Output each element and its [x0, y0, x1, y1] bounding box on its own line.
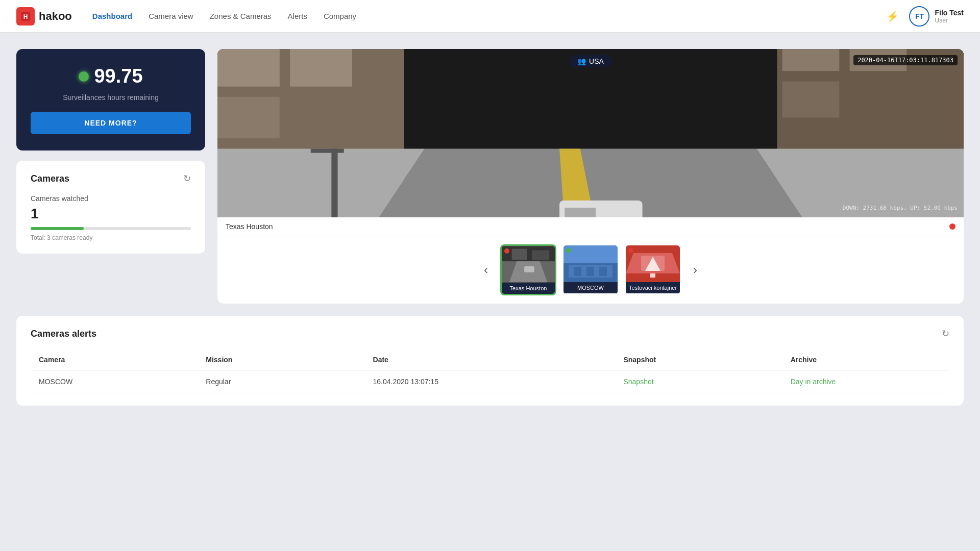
next-camera-button[interactable]: › [689, 259, 701, 281]
camera-recording-indicator [949, 223, 955, 230]
archive-link[interactable]: Day in archive [791, 378, 836, 386]
refresh-cameras-icon[interactable]: ↻ [183, 173, 191, 184]
alert-archive: Day in archive [782, 370, 949, 393]
green-dot-icon [79, 71, 89, 82]
cameras-total-label: Total: 3 cameras ready [31, 234, 191, 241]
snapshot-link[interactable]: Snapshot [623, 378, 653, 386]
region-text: USA [589, 57, 604, 65]
thumbnail-texas-houston[interactable]: Texas Houston [500, 244, 556, 295]
alerts-header: Cameras alerts ↻ [31, 328, 949, 339]
bolt-icon[interactable]: ⚡ [886, 10, 899, 22]
surveillance-hours-row: 99.75 [79, 65, 142, 87]
logo-icon: H [16, 7, 35, 26]
alert-snapshot: Snapshot [615, 370, 782, 393]
cameras-card-title: Cameras [31, 173, 69, 184]
thumbnail-moscow[interactable]: MOSCOW [562, 244, 619, 295]
svg-rect-32 [532, 251, 549, 261]
main-nav: Dashboard Camera view Zones & Cameras Al… [92, 10, 887, 22]
alerts-title: Cameras alerts [31, 329, 96, 339]
svg-rect-44 [650, 273, 655, 278]
svg-rect-18 [565, 208, 596, 217]
user-info: Filo Test User [935, 9, 964, 24]
camera-name-text: Texas Houston [226, 222, 273, 231]
cameras-card: Cameras ↻ Cameras watched 1 Total: 3 cam… [16, 161, 205, 254]
header-right: ⚡ FT Filo Test User [886, 6, 964, 27]
camera-thumbnails-area: ‹ [217, 236, 964, 304]
svg-rect-15 [331, 148, 337, 217]
nav-alerts[interactable]: Alerts [288, 10, 307, 22]
surveillance-label: Surveillances hours remaining [63, 93, 159, 102]
camera-main-view: Motion Face Person 👥 USA 2020-04-16T17:0… [217, 49, 964, 217]
svg-rect-31 [512, 249, 527, 260]
cameras-alerts-section: Cameras alerts ↻ Camera Mission Date Sna… [16, 316, 964, 406]
thumb-image-testovaci [626, 245, 680, 282]
camera-region-badge: 👥 USA [569, 55, 612, 67]
svg-rect-38 [586, 267, 594, 276]
svg-text:H: H [23, 13, 28, 20]
user-name: Filo Test [935, 9, 964, 17]
top-row: 99.75 Surveillances hours remaining NEED… [16, 49, 964, 304]
street-scene-svg: Motion Face Person [217, 49, 964, 217]
col-header-date: Date [365, 349, 616, 370]
thumbnails-row: Texas Houston [500, 244, 681, 295]
svg-rect-33 [524, 266, 534, 272]
prev-camera-button[interactable]: ‹ [480, 259, 492, 281]
nav-dashboard[interactable]: Dashboard [92, 10, 132, 22]
refresh-alerts-icon[interactable]: ↻ [942, 328, 949, 339]
alert-camera: MOSCOW [31, 370, 198, 393]
bitrate-info: DOWN: 2731.68 kbps, UP: 52.00 kbps [843, 205, 958, 211]
alerts-table: Camera Mission Date Snapshot Archive MOS… [31, 349, 949, 393]
cameras-progress-fill [31, 227, 84, 230]
thumb-label-testovaci: Testovaci kontajner [626, 282, 680, 293]
user-avatar: FT [909, 6, 929, 27]
col-header-snapshot: Snapshot [615, 349, 782, 370]
thumbnail-testovaci[interactable]: Testovaci kontajner [625, 244, 681, 295]
camera-timestamp: 2020-04-16T17:03:11.817303 [853, 55, 958, 65]
svg-rect-5 [290, 49, 352, 87]
nav-zones-cameras[interactable]: Zones & Cameras [210, 10, 272, 22]
main-content: 99.75 Surveillances hours remaining NEED… [0, 33, 980, 422]
svg-rect-4 [217, 49, 280, 87]
col-header-archive: Archive [782, 349, 949, 370]
thumb-image-moscow [564, 245, 618, 282]
svg-rect-10 [782, 81, 840, 117]
alert-date: 16.04.2020 13:07:15 [365, 370, 616, 393]
svg-rect-8 [782, 49, 840, 71]
region-icon: 👥 [577, 57, 586, 65]
thumb-status-dot-testovaci [628, 248, 633, 253]
svg-rect-39 [599, 267, 607, 276]
cameras-watched-label: Cameras watched [31, 194, 191, 203]
svg-rect-16 [311, 148, 344, 153]
user-role: User [935, 17, 964, 24]
table-row: MOSCOW Regular 16.04.2020 13:07:15 Snaps… [31, 370, 949, 393]
thumb-label-moscow: MOSCOW [564, 282, 618, 293]
thumb-image-texas-houston [502, 246, 555, 283]
svg-rect-35 [564, 245, 618, 263]
thumb-status-dot-moscow [566, 248, 571, 253]
cameras-watched-count: 1 [31, 206, 191, 222]
logo-area: H hakoo [16, 7, 72, 26]
svg-rect-37 [574, 267, 581, 276]
nav-camera-view[interactable]: Camera view [149, 10, 193, 22]
left-column: 99.75 Surveillances hours remaining NEED… [16, 49, 205, 254]
surveillance-card: 99.75 Surveillances hours remaining NEED… [16, 49, 205, 151]
thumb-label-texas: Texas Houston [502, 283, 555, 294]
need-more-button[interactable]: NEED MORE? [31, 112, 191, 134]
surveillance-hours-value: 99.75 [94, 65, 142, 87]
header: H hakoo Dashboard Camera view Zones & Ca… [0, 0, 980, 33]
camera-view-card: Motion Face Person 👥 USA 2020-04-16T17:0… [217, 49, 964, 304]
col-header-mission: Mission [198, 349, 364, 370]
cameras-card-header: Cameras ↻ [31, 173, 191, 184]
nav-company[interactable]: Company [324, 10, 356, 22]
logo-text: hakoo [39, 10, 72, 23]
thumb-status-dot-texas [504, 248, 509, 254]
camera-name-bar: Texas Houston [217, 217, 964, 236]
cameras-progress-bg [31, 227, 191, 230]
col-header-camera: Camera [31, 349, 198, 370]
alert-mission: Regular [198, 370, 364, 393]
svg-rect-6 [217, 97, 280, 138]
